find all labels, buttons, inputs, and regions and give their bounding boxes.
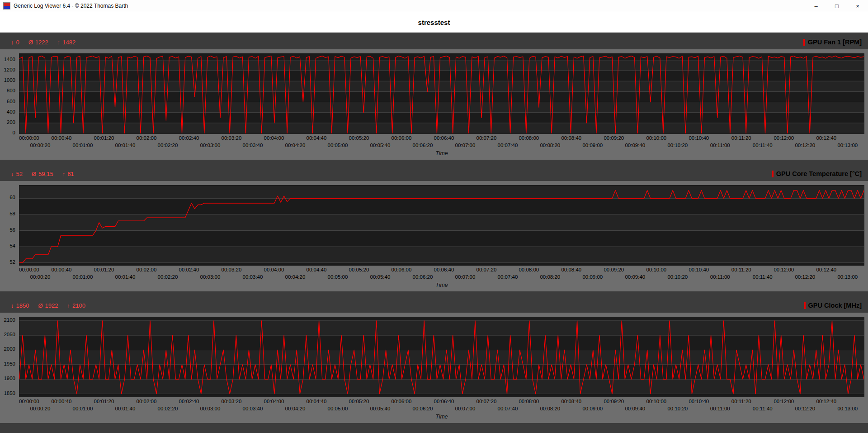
window-title: Generic Log Viewer 6.4 - © 2022 Thomas B… bbox=[14, 3, 128, 9]
x-tick-label: 00:07:20 bbox=[476, 267, 497, 272]
x-tick-label: 00:06:20 bbox=[413, 406, 433, 411]
stat-max: ↑2100 bbox=[67, 302, 85, 309]
minimize-button[interactable]: – bbox=[806, 0, 826, 12]
x-axis-title: Time bbox=[19, 414, 864, 422]
x-tick-label: 00:02:20 bbox=[158, 406, 178, 411]
x-tick-label: 00:03:00 bbox=[200, 274, 221, 280]
chart-title: GPU Core Temperature [°C] bbox=[776, 170, 862, 177]
stat-avg: Ø1922 bbox=[38, 302, 58, 309]
plot-area[interactable] bbox=[19, 53, 864, 134]
y-axis: 5254565860 bbox=[0, 185, 17, 266]
x-tick-label: 00:08:20 bbox=[540, 406, 560, 411]
x-tick-label: 00:11:40 bbox=[753, 143, 773, 148]
x-tick-label: 00:04:00 bbox=[264, 267, 284, 272]
x-tick-label: 00:00:20 bbox=[30, 406, 51, 411]
max-arrow-icon: ↑ bbox=[57, 39, 61, 46]
chart-stats-row: ↓52 Ø59,15 ↑61 GPU Core Temperature [°C] bbox=[0, 167, 868, 181]
x-tick-label: 00:08:40 bbox=[561, 267, 581, 272]
plot-area[interactable] bbox=[19, 185, 864, 266]
x-tick-label: 00:02:00 bbox=[137, 267, 157, 272]
x-tick-label: 00:12:00 bbox=[774, 399, 794, 404]
x-tick-label: 00:03:40 bbox=[243, 274, 263, 280]
y-tick-label: 60 bbox=[9, 195, 15, 200]
x-tick-label: 00:10:00 bbox=[646, 135, 666, 141]
y-tick-label: 1900 bbox=[4, 376, 15, 381]
stat-avg-value: 1922 bbox=[45, 302, 58, 309]
x-tick-label: 00:10:40 bbox=[689, 267, 709, 272]
x-tick-label: 00:10:20 bbox=[667, 143, 688, 148]
x-tick-label: 00:00:40 bbox=[52, 135, 72, 141]
x-tick-label: 00:03:40 bbox=[243, 143, 263, 148]
x-tick-label: 00:05:20 bbox=[349, 267, 369, 272]
chart-legend: GPU Fan 1 [RPM] bbox=[803, 38, 862, 46]
maximize-button[interactable]: □ bbox=[826, 0, 847, 12]
x-tick-label: 00:05:00 bbox=[328, 143, 348, 148]
y-tick-label: 2050 bbox=[4, 332, 15, 337]
x-tick-label: 00:05:40 bbox=[370, 143, 391, 148]
plot-region: 185019001950200020502100 bbox=[19, 317, 864, 397]
x-tick-label: 00:05:40 bbox=[370, 274, 391, 280]
x-tick-label: 00:03:20 bbox=[222, 267, 242, 272]
y-axis: 185019001950200020502100 bbox=[0, 317, 17, 397]
close-button[interactable]: × bbox=[847, 0, 868, 12]
chart-panel: 5254565860 00:00:0000:00:2000:00:4000:01… bbox=[0, 181, 868, 291]
x-tick-label: 00:08:40 bbox=[561, 135, 581, 141]
x-axis: 00:00:0000:00:2000:00:4000:01:0000:01:20… bbox=[19, 397, 864, 414]
x-tick-label: 00:08:00 bbox=[519, 135, 539, 141]
chart-legend: GPU Core Temperature [°C] bbox=[772, 170, 862, 177]
x-tick-label: 00:09:20 bbox=[604, 135, 624, 141]
x-tick-label: 00:00:00 bbox=[19, 399, 39, 404]
app-window: Generic Log Viewer 6.4 - © 2022 Thomas B… bbox=[0, 0, 868, 423]
stat-max: ↑61 bbox=[62, 171, 74, 177]
y-tick-label: 1950 bbox=[4, 361, 15, 366]
x-tick-label: 00:03:00 bbox=[200, 143, 221, 148]
x-tick-label: 00:00:40 bbox=[52, 267, 72, 272]
x-tick-label: 00:02:20 bbox=[158, 274, 178, 280]
x-tick-label: 00:05:00 bbox=[328, 406, 348, 411]
stat-avg: Ø1222 bbox=[28, 39, 48, 46]
chart-stats-row: ↓1850 Ø1922 ↑2100 GPU Clock [MHz] bbox=[0, 298, 868, 313]
x-tick-label: 00:12:20 bbox=[795, 406, 815, 411]
chart-canvas bbox=[19, 317, 864, 397]
plot-area[interactable] bbox=[19, 317, 864, 397]
x-tick-label: 00:07:00 bbox=[455, 143, 476, 148]
stat-min: ↓52 bbox=[11, 171, 23, 177]
x-tick-label: 00:01:40 bbox=[115, 143, 136, 148]
x-tick-label: 00:09:00 bbox=[582, 143, 603, 148]
y-tick-label: 52 bbox=[9, 259, 15, 265]
x-tick-label: 00:07:40 bbox=[498, 143, 518, 148]
x-tick-label: 00:11:20 bbox=[731, 135, 751, 141]
x-tick-label: 00:05:40 bbox=[370, 406, 391, 411]
max-arrow-icon: ↑ bbox=[62, 171, 66, 177]
series-color-bar bbox=[803, 39, 805, 46]
x-tick-label: 00:01:40 bbox=[115, 274, 136, 280]
chart-canvas bbox=[19, 186, 864, 265]
x-tick-label: 00:07:40 bbox=[498, 406, 518, 411]
x-tick-label: 00:00:00 bbox=[19, 267, 39, 272]
chart-stats: ↓52 Ø59,15 ↑61 bbox=[11, 171, 74, 177]
avg-symbol-icon: Ø bbox=[32, 171, 36, 177]
page-title: stresstest bbox=[418, 19, 450, 26]
stat-max: ↑1482 bbox=[57, 39, 75, 46]
x-tick-label: 00:11:20 bbox=[731, 267, 751, 272]
x-axis: 00:00:0000:00:2000:00:4000:01:0000:01:20… bbox=[19, 266, 864, 282]
x-tick-label: 00:01:00 bbox=[73, 406, 93, 411]
x-tick-label: 00:06:40 bbox=[434, 267, 454, 272]
chart-block-gpu-temperature: ↓52 Ø59,15 ↑61 GPU Core Temperature [°C]… bbox=[0, 167, 868, 291]
x-tick-label: 00:09:40 bbox=[625, 274, 645, 280]
chart-stats: ↓1850 Ø1922 ↑2100 bbox=[11, 302, 85, 309]
x-tick-label: 00:09:20 bbox=[604, 267, 624, 272]
x-tick-label: 00:12:40 bbox=[816, 267, 836, 272]
y-tick-label: 800 bbox=[7, 88, 15, 93]
x-tick-label: 00:04:40 bbox=[307, 399, 327, 404]
x-tick-label: 00:09:40 bbox=[625, 143, 645, 148]
series-color-bar bbox=[804, 302, 806, 309]
x-tick-label: 00:12:40 bbox=[816, 135, 836, 141]
chart-stats-row: ↓0 Ø1222 ↑1482 GPU Fan 1 [RPM] bbox=[0, 35, 868, 49]
x-tick-label: 00:04:20 bbox=[285, 274, 306, 280]
x-tick-label: 00:04:00 bbox=[264, 399, 284, 404]
x-tick-label: 00:06:00 bbox=[392, 135, 412, 141]
x-tick-label: 00:12:20 bbox=[795, 143, 815, 148]
stat-max-value: 1482 bbox=[62, 39, 75, 46]
y-tick-label: 1400 bbox=[4, 57, 15, 62]
